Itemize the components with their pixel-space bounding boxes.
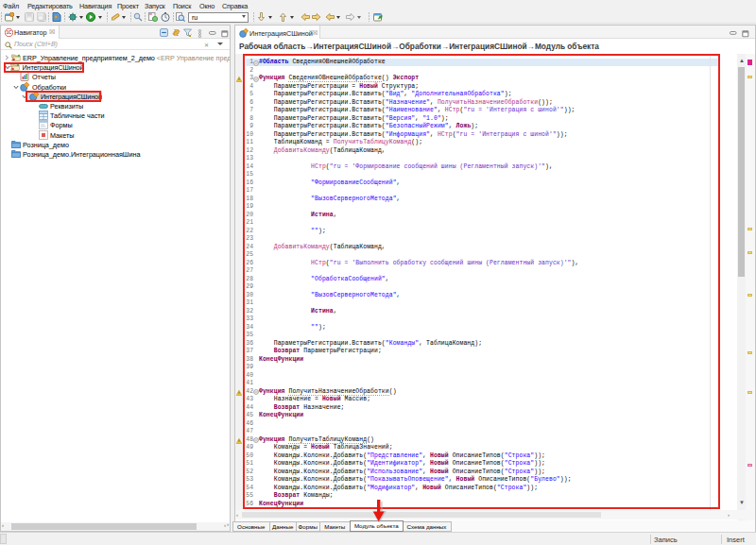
svg-text:1C: 1C [7, 30, 13, 35]
